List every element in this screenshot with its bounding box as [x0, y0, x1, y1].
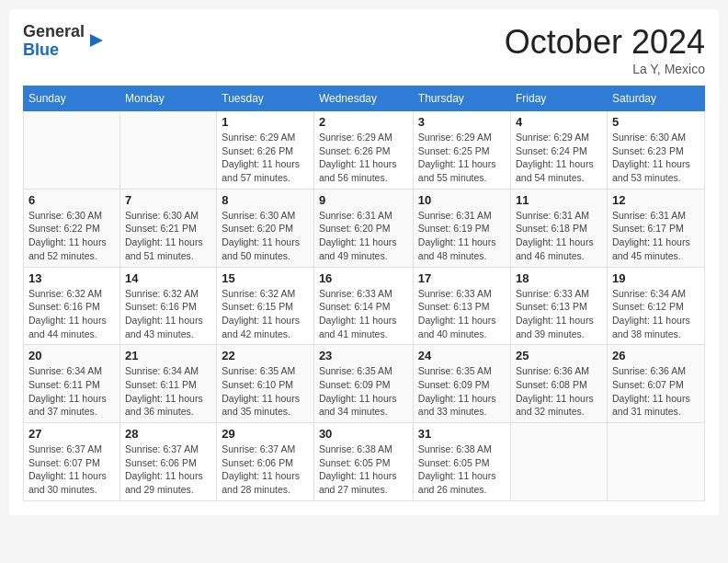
day-cell: 26Sunrise: 6:36 AMSunset: 6:07 PMDayligh…	[608, 345, 705, 423]
day-info: Sunrise: 6:29 AMSunset: 6:24 PMDaylight:…	[516, 131, 602, 185]
day-number: 23	[319, 349, 408, 362]
day-cell	[24, 111, 120, 190]
day-cell: 20Sunrise: 6:34 AMSunset: 6:11 PMDayligh…	[24, 345, 120, 423]
day-number: 14	[125, 271, 211, 285]
day-cell: 4Sunrise: 6:29 AMSunset: 6:24 PMDaylight…	[511, 111, 608, 190]
week-row-4: 27Sunrise: 6:37 AMSunset: 6:07 PMDayligh…	[24, 423, 705, 501]
day-info: Sunrise: 6:31 AMSunset: 6:18 PMDaylight:…	[516, 209, 602, 263]
day-info: Sunrise: 6:38 AMSunset: 6:05 PMDaylight:…	[319, 442, 408, 497]
header-sunday: Sunday	[24, 86, 120, 111]
week-row-3: 20Sunrise: 6:34 AMSunset: 6:11 PMDayligh…	[24, 345, 705, 423]
day-cell: 18Sunrise: 6:33 AMSunset: 6:13 PMDayligh…	[511, 267, 608, 345]
day-info: Sunrise: 6:31 AMSunset: 6:20 PMDaylight:…	[319, 209, 408, 263]
day-number: 31	[418, 427, 506, 441]
day-cell: 22Sunrise: 6:35 AMSunset: 6:10 PMDayligh…	[217, 345, 314, 423]
calendar-table: Sunday Monday Tuesday Wednesday Thursday…	[23, 86, 705, 501]
logo-text: General Blue	[23, 23, 85, 60]
day-number: 19	[612, 271, 700, 285]
day-info: Sunrise: 6:31 AMSunset: 6:19 PMDaylight:…	[418, 209, 506, 263]
day-number: 13	[28, 271, 115, 285]
header-thursday: Thursday	[413, 86, 510, 111]
location: La Y, Mexico	[505, 62, 705, 76]
day-number: 24	[418, 349, 506, 362]
day-cell	[608, 423, 705, 501]
day-number: 30	[319, 427, 408, 441]
day-cell: 21Sunrise: 6:34 AMSunset: 6:11 PMDayligh…	[120, 345, 217, 423]
day-number: 28	[125, 427, 211, 441]
day-cell: 15Sunrise: 6:32 AMSunset: 6:15 PMDayligh…	[217, 267, 314, 345]
day-cell: 23Sunrise: 6:35 AMSunset: 6:09 PMDayligh…	[313, 345, 413, 423]
day-cell: 13Sunrise: 6:32 AMSunset: 6:16 PMDayligh…	[24, 267, 120, 345]
day-cell: 24Sunrise: 6:35 AMSunset: 6:09 PMDayligh…	[413, 345, 510, 423]
calendar-body: 1Sunrise: 6:29 AMSunset: 6:26 PMDaylight…	[24, 111, 705, 501]
day-number: 4	[516, 115, 602, 129]
day-info: Sunrise: 6:29 AMSunset: 6:26 PMDaylight:…	[222, 131, 309, 185]
day-info: Sunrise: 6:36 AMSunset: 6:07 PMDaylight:…	[612, 364, 700, 419]
day-info: Sunrise: 6:35 AMSunset: 6:09 PMDaylight:…	[319, 364, 408, 419]
day-cell: 19Sunrise: 6:34 AMSunset: 6:12 PMDayligh…	[608, 267, 705, 345]
day-cell: 31Sunrise: 6:38 AMSunset: 6:05 PMDayligh…	[413, 423, 510, 501]
day-info: Sunrise: 6:30 AMSunset: 6:23 PMDaylight:…	[612, 131, 700, 185]
day-info: Sunrise: 6:30 AMSunset: 6:21 PMDaylight:…	[125, 209, 211, 263]
header-tuesday: Tuesday	[217, 86, 314, 111]
day-cell: 7Sunrise: 6:30 AMSunset: 6:21 PMDaylight…	[120, 189, 217, 267]
week-row-2: 13Sunrise: 6:32 AMSunset: 6:16 PMDayligh…	[24, 267, 705, 345]
day-info: Sunrise: 6:30 AMSunset: 6:20 PMDaylight:…	[222, 209, 309, 263]
day-cell: 12Sunrise: 6:31 AMSunset: 6:17 PMDayligh…	[608, 189, 705, 267]
week-row-1: 6Sunrise: 6:30 AMSunset: 6:22 PMDaylight…	[24, 189, 705, 267]
week-row-0: 1Sunrise: 6:29 AMSunset: 6:26 PMDaylight…	[24, 111, 705, 190]
logo-arrow-icon	[88, 32, 105, 49]
logo-general: General	[23, 22, 85, 40]
day-cell: 9Sunrise: 6:31 AMSunset: 6:20 PMDaylight…	[313, 189, 413, 267]
day-cell: 6Sunrise: 6:30 AMSunset: 6:22 PMDaylight…	[24, 189, 120, 267]
header-friday: Friday	[511, 86, 608, 111]
header-row: Sunday Monday Tuesday Wednesday Thursday…	[24, 86, 705, 111]
day-number: 12	[612, 193, 700, 207]
day-cell	[511, 423, 608, 501]
day-cell: 2Sunrise: 6:29 AMSunset: 6:26 PMDaylight…	[313, 111, 413, 190]
day-cell	[120, 111, 217, 190]
header-monday: Monday	[120, 86, 217, 111]
day-number: 27	[28, 427, 115, 441]
logo-blue: Blue	[23, 40, 59, 59]
day-cell: 29Sunrise: 6:37 AMSunset: 6:06 PMDayligh…	[217, 423, 314, 501]
day-info: Sunrise: 6:34 AMSunset: 6:12 PMDaylight:…	[612, 287, 700, 341]
day-cell: 11Sunrise: 6:31 AMSunset: 6:18 PMDayligh…	[511, 189, 608, 267]
day-number: 6	[28, 193, 115, 207]
day-cell: 27Sunrise: 6:37 AMSunset: 6:07 PMDayligh…	[24, 423, 120, 501]
day-number: 22	[222, 349, 309, 362]
title-section: October 2024 La Y, Mexico	[505, 23, 705, 76]
day-number: 18	[516, 271, 602, 285]
day-info: Sunrise: 6:32 AMSunset: 6:15 PMDaylight:…	[222, 287, 309, 341]
day-info: Sunrise: 6:33 AMSunset: 6:14 PMDaylight:…	[319, 287, 408, 341]
logo: General Blue	[23, 23, 105, 60]
day-number: 10	[418, 193, 506, 207]
day-info: Sunrise: 6:30 AMSunset: 6:22 PMDaylight:…	[28, 209, 115, 263]
day-cell: 17Sunrise: 6:33 AMSunset: 6:13 PMDayligh…	[413, 267, 510, 345]
day-info: Sunrise: 6:32 AMSunset: 6:16 PMDaylight:…	[125, 287, 211, 341]
day-number: 2	[319, 115, 408, 129]
day-number: 11	[516, 193, 602, 207]
day-info: Sunrise: 6:37 AMSunset: 6:07 PMDaylight:…	[28, 442, 115, 497]
day-cell: 14Sunrise: 6:32 AMSunset: 6:16 PMDayligh…	[120, 267, 217, 345]
day-number: 9	[319, 193, 408, 207]
day-info: Sunrise: 6:36 AMSunset: 6:08 PMDaylight:…	[516, 364, 602, 419]
day-cell: 25Sunrise: 6:36 AMSunset: 6:08 PMDayligh…	[511, 345, 608, 423]
header-wednesday: Wednesday	[313, 86, 413, 111]
day-info: Sunrise: 6:35 AMSunset: 6:09 PMDaylight:…	[418, 364, 506, 419]
header-saturday: Saturday	[608, 86, 705, 111]
day-number: 17	[418, 271, 506, 285]
day-info: Sunrise: 6:32 AMSunset: 6:16 PMDaylight:…	[28, 287, 115, 341]
day-info: Sunrise: 6:29 AMSunset: 6:26 PMDaylight:…	[319, 131, 408, 185]
day-number: 16	[319, 271, 408, 285]
day-info: Sunrise: 6:35 AMSunset: 6:10 PMDaylight:…	[222, 364, 309, 419]
calendar-header: Sunday Monday Tuesday Wednesday Thursday…	[24, 86, 705, 111]
day-info: Sunrise: 6:33 AMSunset: 6:13 PMDaylight:…	[516, 287, 602, 341]
day-info: Sunrise: 6:31 AMSunset: 6:17 PMDaylight:…	[612, 209, 700, 263]
month-title: October 2024	[505, 23, 705, 62]
day-number: 7	[125, 193, 211, 207]
day-number: 20	[28, 349, 115, 362]
day-cell: 8Sunrise: 6:30 AMSunset: 6:20 PMDaylight…	[217, 189, 314, 267]
day-info: Sunrise: 6:33 AMSunset: 6:13 PMDaylight:…	[418, 287, 506, 341]
day-cell: 28Sunrise: 6:37 AMSunset: 6:06 PMDayligh…	[120, 423, 217, 501]
